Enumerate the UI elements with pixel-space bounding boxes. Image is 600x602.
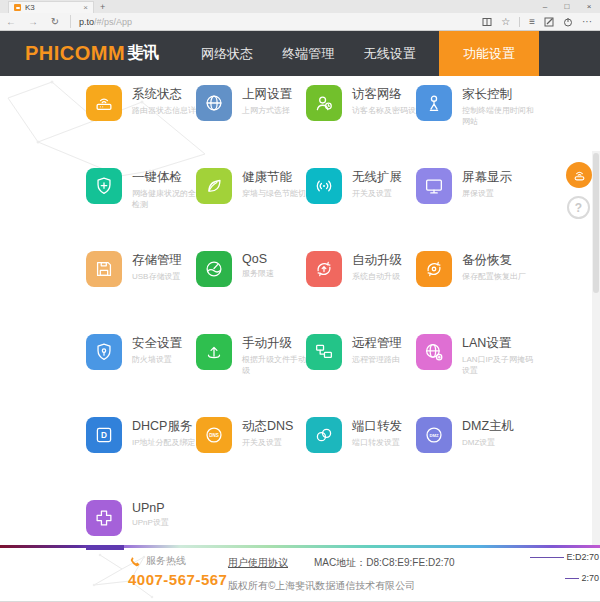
tile-auto-upgrade[interactable]: 自动升级系统自动升级 xyxy=(306,251,416,334)
share-icon[interactable] xyxy=(563,17,573,27)
browser-toolbar: ← → ↻ p.to/#/ps/App ☆ ≡ ··· xyxy=(0,13,600,31)
help-button[interactable]: ? xyxy=(567,196,590,219)
edge-label: E:D2:70 xyxy=(530,552,599,562)
tile-eco-leaf[interactable]: 健康节能穿墙与绿色节能切换 xyxy=(196,168,306,251)
tile-router-status[interactable]: 系统状态路由器状态信息详情 xyxy=(86,85,196,168)
main-content: 系统状态路由器状态信息详情上网设置上网方式选择访客网络访客名称及密码设置家长控制… xyxy=(0,76,600,546)
tile-subtitle: 根据升级文件手动升级 xyxy=(242,355,316,377)
tile-text: 动态DNS开关及设置 xyxy=(242,417,316,449)
tile-subtitle: USB存储设置 xyxy=(132,272,206,283)
footer-gradient-accent xyxy=(86,545,124,550)
hub-icon[interactable]: ≡ xyxy=(529,16,535,27)
tile-title: DHCP服务 xyxy=(132,418,206,435)
manual-upgrade-icon-box xyxy=(196,334,232,370)
tile-title: 远程管理 xyxy=(352,335,426,352)
tile-title: 动态DNS xyxy=(242,418,316,435)
back-icon[interactable]: ← xyxy=(0,16,22,27)
tile-dmz-host[interactable]: DMZDMZ主机DMZ设置 xyxy=(416,417,526,500)
tile-qos-gauge[interactable]: QoS服务限速 xyxy=(196,251,306,334)
tile-subtitle: 端口转发设置 xyxy=(352,438,426,449)
tile-remote-manage[interactable]: 远程管理远程管理路由 xyxy=(306,334,416,417)
refresh-icon[interactable]: ↻ xyxy=(44,16,66,27)
browser-tab[interactable]: K3 × xyxy=(8,1,94,13)
tile-health-check[interactable]: 一键体检网络健康状况的全面检测 xyxy=(86,168,196,251)
tile-internet-globe[interactable]: 上网设置上网方式选择 xyxy=(196,85,306,168)
tile-ddns[interactable]: DNS动态DNS开关及设置 xyxy=(196,417,306,500)
tile-text: 访客网络访客名称及密码设置 xyxy=(352,85,426,117)
address-bar[interactable]: p.to/#/ps/App xyxy=(70,15,474,28)
smart-wifi-button[interactable] xyxy=(566,162,592,188)
footer-info: 用户使用协议 MAC地址：D8:C8:E9:FE:D2:70 版权所有©上海斐讯… xyxy=(228,556,455,593)
edge-overflow-labels: E:D2:702:70 xyxy=(530,552,599,594)
lan-settings-icon-box xyxy=(416,334,452,370)
url-path: /#/ps/App xyxy=(94,17,132,27)
tile-parental-control[interactable]: 家长控制控制终端使用时间和网站 xyxy=(416,85,526,168)
tile-backup-restore[interactable]: 备份恢复保存配置恢复出厂 xyxy=(416,251,526,334)
forward-icon[interactable]: → xyxy=(22,16,44,27)
svg-text:D: D xyxy=(101,431,107,440)
tile-title: 家长控制 xyxy=(462,86,536,103)
page-scrollbar[interactable] xyxy=(592,151,600,602)
router-status-icon xyxy=(93,92,115,114)
tile-storage-manage[interactable]: 存储管理USB存储设置 xyxy=(86,251,196,334)
tab-favicon-icon xyxy=(14,4,21,11)
hotline-label: 服务热线 xyxy=(146,554,186,568)
ddns-icon: DNS xyxy=(203,424,225,446)
tile-title: 手动升级 xyxy=(242,335,316,352)
tile-port-forward[interactable]: 端口转发端口转发设置 xyxy=(306,417,416,500)
browser-tab-bar: K3 × + – □ × xyxy=(0,0,600,13)
window-close-button[interactable]: × xyxy=(578,0,600,13)
nav-item-function-settings[interactable]: 功能设置 xyxy=(439,31,539,76)
health-check-icon-box xyxy=(86,168,122,204)
edge-label-text: 2:70 xyxy=(581,573,599,583)
footer: 服务热线 4007-567-567 用户使用协议 MAC地址：D8:C8:E9:… xyxy=(0,545,600,602)
window-maximize-button[interactable]: □ xyxy=(556,0,578,13)
tile-text: 屏幕显示屏保设置 xyxy=(462,168,536,200)
screen-display-icon xyxy=(423,175,445,197)
tile-subtitle: 路由器状态信息详情 xyxy=(132,106,206,117)
dhcp-service-icon: D xyxy=(93,424,115,446)
tile-subtitle: DMZ设置 xyxy=(462,438,536,449)
reading-view-icon[interactable] xyxy=(482,17,492,27)
tile-screen-display[interactable]: 屏幕显示屏保设置 xyxy=(416,168,526,251)
health-check-icon xyxy=(93,175,115,197)
tile-wireless-extend[interactable]: 无线扩展开关及设置 xyxy=(306,168,416,251)
nav-item-wireless-settings[interactable]: 无线设置 xyxy=(358,31,422,76)
tile-text: QoS服务限速 xyxy=(242,251,316,280)
web-note-icon[interactable] xyxy=(544,17,554,27)
window-minimize-button[interactable]: – xyxy=(534,0,556,13)
backup-restore-icon xyxy=(423,258,445,280)
scrollbar-thumb[interactable] xyxy=(593,153,599,293)
upnp-icon-box xyxy=(86,500,122,536)
internet-globe-icon xyxy=(203,92,225,114)
tile-title: UPnP xyxy=(132,501,206,515)
tab-close-icon[interactable]: × xyxy=(83,3,88,12)
more-options-icon[interactable]: ··· xyxy=(582,16,592,27)
tile-security-shield[interactable]: 安全设置防火墙设置 xyxy=(86,334,196,417)
new-tab-button[interactable]: + xyxy=(100,2,105,13)
guest-network-icon xyxy=(313,92,335,114)
nav-item-terminal-management[interactable]: 终端管理 xyxy=(276,31,340,76)
internet-globe-icon-box xyxy=(196,85,232,121)
tile-title: LAN设置 xyxy=(462,335,536,352)
tile-manual-upgrade[interactable]: 手动升级根据升级文件手动升级 xyxy=(196,334,306,417)
mac-label: MAC地址： xyxy=(314,557,366,568)
tile-text: 端口转发端口转发设置 xyxy=(352,417,426,449)
tile-subtitle: LAN口IP及子网掩码设置 xyxy=(462,355,536,377)
tile-title: DMZ主机 xyxy=(462,418,536,435)
tile-text: 健康节能穿墙与绿色节能切换 xyxy=(242,168,316,200)
tile-lan-settings[interactable]: LAN设置LAN口IP及子网掩码设置 xyxy=(416,334,526,417)
nav-item-network-status[interactable]: 网络状态 xyxy=(195,31,259,76)
wireless-extend-icon-box xyxy=(306,168,342,204)
port-forward-icon-box xyxy=(306,417,342,453)
tile-title: 自动升级 xyxy=(352,252,426,269)
tile-guest-network[interactable]: 访客网络访客名称及密码设置 xyxy=(306,85,416,168)
qos-gauge-icon xyxy=(203,258,225,280)
wireless-extend-icon xyxy=(313,175,335,197)
tile-dhcp-service[interactable]: DDHCP服务IP地址分配及绑定 xyxy=(86,417,196,500)
service-hotline: 服务热线 4007-567-567 xyxy=(128,554,227,588)
dhcp-service-icon-box: D xyxy=(86,417,122,453)
user-agreement-link[interactable]: 用户使用协议 xyxy=(228,556,288,570)
leader-line xyxy=(530,557,564,558)
favorites-star-icon[interactable]: ☆ xyxy=(501,16,510,27)
